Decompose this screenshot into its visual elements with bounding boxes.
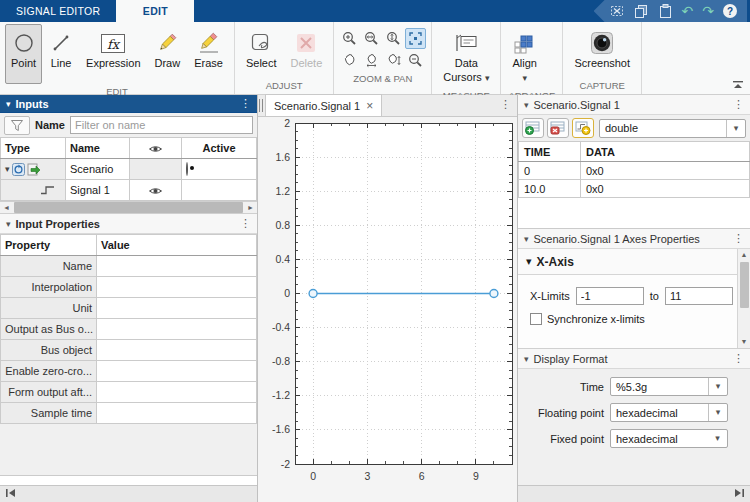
x-max-field[interactable] [665,287,733,305]
input-properties-header[interactable]: ▾ Input Properties ⋮ [0,214,257,234]
align-button[interactable]: Align▾ [506,24,542,88]
time-cell[interactable]: 10.0 [519,180,581,198]
table-row: Form output aft... [1,382,257,403]
panel-menu-icon[interactable]: ⋮ [733,98,744,111]
insert-row-icon [525,121,541,135]
fit-to-view-icon[interactable] [405,28,426,49]
document-tab[interactable]: Scenario.Signal 1 × [265,94,382,116]
expand-caret-icon[interactable]: ▾ [5,165,10,174]
add-signal-button[interactable] [572,118,594,138]
tab-signal-editor[interactable]: SIGNAL EDITOR [0,0,116,22]
x-min-field[interactable] [576,287,644,305]
signal-plot[interactable]: 0369-2-1.6-1.2-0.8-0.400.40.81.21.62 [258,117,518,502]
paste-icon[interactable] [658,4,673,19]
fixed-point-dropdown[interactable]: hexadecimal ▾ [610,429,728,448]
inputs-hscrollbar[interactable]: ◄ ► [0,201,257,214]
vscroll-thumb[interactable] [740,262,749,308]
data-cursors-button[interactable]: DataCursors ▾ [437,24,495,88]
svg-text:0: 0 [284,287,290,299]
display-format-header[interactable]: ▾ Display Format ⋮ [518,349,750,369]
filter-funnel-icon[interactable] [4,116,30,135]
floating-point-dropdown[interactable]: hexadecimal ▾ [610,403,728,422]
time-format-dropdown[interactable]: %5.3g ▾ [610,377,728,396]
zoom-in-icon[interactable] [339,28,360,49]
value-cell[interactable] [97,403,257,424]
eye-icon[interactable] [148,186,163,196]
cut-icon[interactable] [610,4,625,19]
table-row[interactable]: 10.0 0x0 [519,180,750,198]
time-format-value: %5.3g [611,381,708,393]
document-menu-icon[interactable]: ⋮ [500,98,511,111]
table-row[interactable]: 0 0x0 [519,162,750,180]
inputs-panel-header[interactable]: ▾ Inputs ⋮ [0,95,257,113]
value-cell[interactable] [97,340,257,361]
hscroll-thumb[interactable] [14,202,243,213]
draw-button[interactable]: Draw [149,24,187,74]
x-axis-section-header[interactable]: ▾ X-Axis [518,249,737,275]
value-cell[interactable] [97,256,257,277]
zoom-in-x-icon[interactable] [361,28,382,49]
redo-icon[interactable]: ↷ [702,4,714,18]
close-icon[interactable]: × [366,99,373,113]
signal-data-header[interactable]: ▾ Scenario.Signal 1 ⋮ [518,95,750,115]
pan-x-icon[interactable] [361,50,382,71]
scroll-down-icon[interactable]: ▼ [741,336,748,348]
line-button[interactable]: Line [44,24,78,74]
point-button[interactable]: Point [5,24,42,84]
pan-icon[interactable] [339,50,360,71]
table-row-scenario[interactable]: ▾ Scenario [1,159,257,180]
data-cell[interactable]: 0x0 [581,162,750,180]
erase-button[interactable]: Erase [188,24,229,74]
table-row: Interpolation [1,277,257,298]
line-icon [52,29,70,57]
delete-row-button[interactable] [547,118,569,138]
collapse-right-icon[interactable] [733,488,745,500]
copy-icon[interactable] [634,4,649,19]
collapse-toolstrip-icon[interactable] [732,79,744,91]
expression-button[interactable]: fx Expression [80,24,146,74]
axes-vscrollbar[interactable]: ▲ ▼ [737,249,750,348]
active-radio[interactable] [186,162,188,176]
value-cell[interactable] [97,277,257,298]
panel-menu-icon[interactable]: ⋮ [733,352,744,365]
data-cell[interactable]: 0x0 [581,180,750,198]
value-cell[interactable] [97,298,257,319]
table-row: Sample time [1,403,257,424]
erase-pencil-icon [197,29,221,57]
table-row: Enable zero-cro... [1,361,257,382]
axes-properties-body: ▾ X-Axis X-Limits to Synchronize x-limit… [518,249,750,349]
align-icon [514,29,535,57]
time-cell[interactable]: 0 [519,162,581,180]
sync-xlimits-checkbox[interactable] [530,313,542,325]
scenario-name-cell[interactable]: Scenario [66,159,130,180]
signal-name-cell[interactable]: Signal 1 [66,180,130,201]
value-cell[interactable] [97,361,257,382]
select-button[interactable]: Select [240,24,283,74]
scroll-left-icon[interactable]: ◄ [0,201,13,214]
scroll-right-icon[interactable]: ► [244,201,257,214]
screenshot-button[interactable]: Screenshot [568,24,636,74]
help-icon[interactable]: ? [723,4,737,18]
undo-icon[interactable]: ↶ [682,4,694,18]
tab-edit[interactable]: EDIT [116,0,194,22]
table-row-signal[interactable]: Signal 1 [1,180,257,201]
zoom-in-y-icon[interactable] [383,28,404,49]
filter-input[interactable] [70,116,253,134]
panel-menu-icon[interactable]: ⋮ [733,232,744,245]
collapse-left-icon[interactable] [5,488,17,500]
panel-menu-icon[interactable]: ⋮ [240,217,251,230]
value-cell[interactable] [97,382,257,403]
value-cell[interactable] [97,319,257,340]
panel-menu-icon[interactable]: ⋮ [240,97,251,110]
data-type-dropdown[interactable]: double ▾ [599,119,746,138]
floating-point-row: Floating point hexadecimal ▾ [518,399,750,425]
scroll-up-icon[interactable]: ▲ [741,249,748,261]
svg-text:-1.2: -1.2 [272,389,290,401]
pan-y-icon[interactable] [383,50,404,71]
axes-properties-header[interactable]: ▾ Scenario.Signal 1 Axes Properties ⋮ [518,229,750,249]
axes-properties-title: Scenario.Signal 1 Axes Properties [534,233,700,245]
zoom-out-icon[interactable] [405,50,426,71]
insert-row-button[interactable] [522,118,544,138]
delete-button[interactable]: Delete [285,24,329,74]
splitter-handle[interactable] [259,99,263,112]
